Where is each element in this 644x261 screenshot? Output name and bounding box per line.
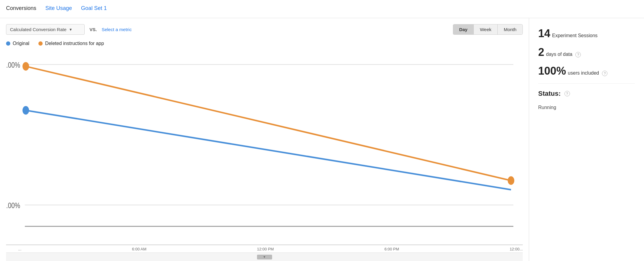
chart-legend: Original Deleted instructions for app bbox=[6, 41, 523, 46]
experiment-sessions-number: 14 bbox=[538, 27, 550, 40]
metric-dropdown-label: Calculated Conversion Rate bbox=[10, 27, 67, 32]
sidebar-divider bbox=[538, 83, 635, 84]
svg-point-5 bbox=[22, 62, 29, 70]
legend-dot-deleted bbox=[38, 41, 43, 46]
svg-point-6 bbox=[508, 176, 514, 185]
users-included-number: 100% bbox=[538, 65, 566, 77]
experiment-sessions-label: Experiment Sessions bbox=[552, 33, 597, 38]
time-btn-week[interactable]: Week bbox=[474, 24, 498, 34]
x-label-0: ... bbox=[18, 247, 21, 251]
select-metric-link[interactable]: Select a metric bbox=[102, 27, 132, 32]
status-help-icon[interactable]: ? bbox=[564, 91, 570, 96]
scrollbar-area[interactable] bbox=[6, 253, 523, 261]
chart-svg: 100.00% 50.00% bbox=[6, 49, 523, 245]
svg-text:50.00%: 50.00% bbox=[6, 201, 20, 210]
svg-text:100.00%: 100.00% bbox=[6, 60, 20, 69]
sidebar: 14 Experiment Sessions 2 days of data ? … bbox=[529, 18, 644, 261]
time-btn-month[interactable]: Month bbox=[498, 24, 522, 34]
metric-dropdown[interactable]: Calculated Conversion Rate ▼ bbox=[6, 24, 85, 35]
tab-site-usage[interactable]: Site Usage bbox=[45, 5, 72, 13]
legend-dot-original bbox=[6, 41, 10, 46]
tab-goal-set-1[interactable]: Goal Set 1 bbox=[81, 5, 107, 13]
time-button-group: Day Week Month bbox=[453, 24, 523, 35]
days-of-data-help-icon[interactable]: ? bbox=[575, 52, 581, 57]
chart-controls: Calculated Conversion Rate ▼ VS. Select … bbox=[6, 24, 523, 35]
legend-item-original: Original bbox=[6, 41, 29, 46]
status-row: Status: ? bbox=[538, 90, 635, 98]
status-label: Status: bbox=[538, 90, 561, 98]
x-label-1: 6:00 AM bbox=[132, 247, 147, 251]
chart-area: Calculated Conversion Rate ▼ VS. Select … bbox=[0, 18, 529, 261]
top-tabs: Conversions Site Usage Goal Set 1 bbox=[0, 0, 644, 18]
days-of-data-label: days of data bbox=[546, 52, 572, 57]
legend-label-original: Original bbox=[13, 41, 29, 46]
x-label-2: 12:00 PM bbox=[257, 247, 274, 251]
days-of-data-row: 2 days of data ? bbox=[538, 46, 635, 59]
days-of-data-number: 2 bbox=[538, 46, 544, 59]
users-included-row: 100% users included ? bbox=[538, 65, 635, 77]
time-btn-day[interactable]: Day bbox=[453, 24, 474, 34]
legend-item-deleted: Deleted instructions for app bbox=[38, 41, 104, 46]
chart-container: 100.00% 50.00% bbox=[6, 49, 523, 245]
x-label-3: 6:00 PM bbox=[384, 247, 399, 251]
experiment-sessions-row: 14 Experiment Sessions bbox=[538, 27, 635, 40]
users-included-help-icon[interactable]: ? bbox=[602, 71, 607, 76]
legend-label-deleted: Deleted instructions for app bbox=[45, 41, 104, 46]
dropdown-arrow-icon: ▼ bbox=[69, 27, 73, 32]
svg-line-4 bbox=[26, 66, 511, 181]
main-layout: Calculated Conversion Rate ▼ VS. Select … bbox=[0, 18, 644, 261]
users-included-label: users included bbox=[568, 70, 599, 76]
x-axis-labels: ... 6:00 AM 12:00 PM 6:00 PM 12:00... bbox=[6, 245, 523, 251]
status-value: Running bbox=[538, 105, 635, 110]
vs-label: VS. bbox=[89, 27, 97, 32]
tab-conversions[interactable]: Conversions bbox=[6, 5, 36, 13]
scrollbar-thumb[interactable] bbox=[257, 255, 272, 259]
x-label-4: 12:00... bbox=[510, 247, 523, 251]
svg-point-8 bbox=[22, 106, 29, 114]
svg-line-7 bbox=[26, 110, 511, 190]
